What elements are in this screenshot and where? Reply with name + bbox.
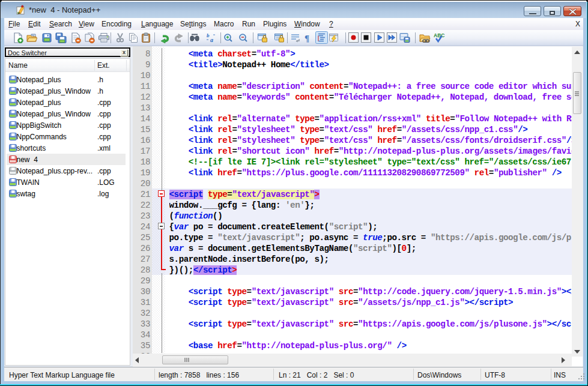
svg-text:a: a <box>210 37 213 43</box>
svg-text:¶: ¶ <box>305 34 309 43</box>
svg-text:b: b <box>207 32 210 38</box>
svg-text:ABC: ABC <box>434 32 444 38</box>
